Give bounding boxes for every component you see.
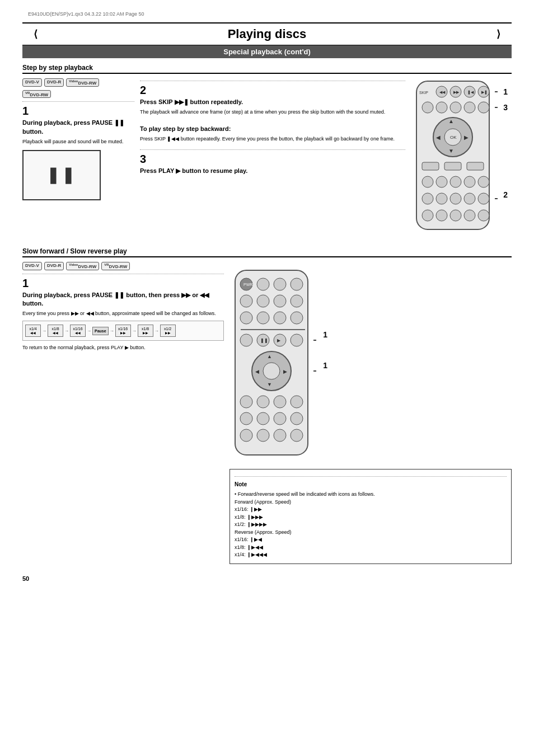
speed-x18: x1/8◀◀	[48, 325, 63, 337]
svg-rect-22	[422, 162, 439, 170]
svg-text:▶: ▶	[464, 134, 469, 140]
arrow1: →	[42, 328, 46, 334]
svg-point-12	[450, 102, 461, 113]
svg-point-72	[274, 396, 286, 408]
svg-point-45	[257, 278, 269, 290]
svg-point-58	[240, 334, 252, 346]
step2-title: Press SKIP ▶▶❚ button repeatedly.	[140, 98, 405, 106]
svg-point-46	[274, 278, 286, 290]
svg-point-50	[257, 295, 269, 307]
step2s1-desc: Every time you press ▶▶ or ◀◀ button, ap…	[22, 310, 224, 317]
section1-right: SKIP ◀◀ ▶▶ ❚◀ ▶❚	[411, 78, 512, 236]
step2s1-num: 1	[22, 278, 224, 289]
pause-symbol: ❚❚	[46, 166, 77, 184]
arrow6: →	[154, 328, 159, 334]
svg-text:▶❚: ▶❚	[481, 90, 488, 95]
svg-point-29	[478, 176, 489, 187]
main-title: Playing discs	[22, 22, 512, 45]
speed-x12: x1/2▶▶	[160, 325, 176, 337]
step2-desc: The playback will advance one frame (or …	[140, 109, 405, 116]
remote-top-svg: SKIP ◀◀ ▶▶ ❚◀ ▶❚	[411, 78, 498, 235]
step3-num: 3	[140, 153, 405, 165]
step2-desc2: Press SKIP ❚◀◀ button repeatedly. Every …	[140, 135, 405, 143]
svg-point-32	[450, 193, 461, 204]
note-item-7: x1/8: ❙▶◀◀	[235, 544, 507, 552]
svg-point-25	[422, 176, 433, 187]
svg-text:▼: ▼	[448, 148, 454, 154]
step1-title: During playback, press PAUSE ❚❚ button.	[22, 119, 134, 136]
format-badges-1b: VRDVD-RW	[22, 90, 134, 98]
pause-display: ❚❚	[22, 150, 101, 200]
svg-point-34	[478, 193, 489, 204]
svg-point-49	[240, 295, 252, 307]
note-dotted	[235, 476, 507, 477]
step3-title: Press PLAY ▶ button to resume play.	[140, 167, 405, 175]
svg-text:PWR: PWR	[243, 283, 252, 287]
note-item-0: • Forward/reverse speed will be indicate…	[235, 491, 507, 499]
speed-pause: Pause	[92, 327, 109, 335]
arrow5: →	[132, 328, 137, 334]
svg-point-77	[291, 412, 303, 425]
file-info: E9410UD(EN/SP)v1.qx3 04.3.22 10:02 AM Pa…	[22, 11, 512, 17]
note-item-4: x1/2: ❙▶▶▶▶	[235, 521, 507, 529]
svg-point-37	[450, 210, 461, 221]
dotted-1	[22, 101, 134, 102]
svg-point-78	[240, 429, 252, 442]
callout-3: 3	[503, 103, 508, 112]
dotted-2	[140, 81, 405, 81]
dotted-4	[22, 274, 224, 274]
badge-dvdv: DVD-V	[22, 78, 42, 87]
svg-text:◀◀: ◀◀	[439, 90, 446, 94]
badge-vr-dvdrw: VRDVD-RW	[22, 90, 51, 98]
svg-point-61	[291, 334, 303, 346]
arrow4: →	[110, 328, 114, 334]
svg-rect-23	[444, 162, 461, 170]
svg-point-70	[240, 396, 252, 408]
svg-point-13	[464, 102, 475, 113]
svg-text:◀: ◀	[436, 134, 441, 140]
dotted-3	[140, 149, 405, 150]
svg-text:❚◀: ❚◀	[467, 90, 474, 95]
svg-point-10	[422, 102, 433, 113]
svg-point-28	[464, 176, 475, 187]
badge-video-dvdrw: VideoDVD-RW	[66, 78, 99, 87]
note-item-8: x1/4: ❙▶◀◀◀	[235, 551, 507, 559]
svg-text:❚❚: ❚❚	[260, 338, 268, 343]
speed-x116f: x1/16▶▶	[115, 325, 131, 337]
svg-text:▶▶: ▶▶	[453, 90, 460, 94]
svg-point-80	[274, 429, 286, 442]
remote-bottom-wrapper: PWR	[229, 262, 316, 464]
remote-bottom-svg: PWR	[229, 262, 316, 463]
svg-point-35	[422, 210, 433, 221]
svg-point-30	[422, 193, 433, 204]
svg-point-56	[291, 312, 303, 324]
note-item-1: Forward (Approx. Speed)	[235, 499, 507, 506]
svg-text:SKIP: SKIP	[419, 91, 428, 95]
svg-text:▶: ▶	[283, 369, 287, 374]
section1-left: DVD-V DVD-R VideoDVD-RW VRDVD-RW 1 Durin…	[22, 78, 134, 236]
note-box: Note • Forward/reverse speed will be ind…	[229, 469, 512, 564]
page-container: E9410UD(EN/SP)v1.qx3 04.3.22 10:02 AM Pa…	[0, 0, 534, 756]
svg-point-31	[436, 193, 447, 204]
remote-bottom-callout2: 1	[323, 361, 327, 370]
svg-point-26	[436, 176, 447, 187]
speed-x18f: x1/8▶▶	[138, 325, 153, 337]
arrow3: →	[87, 328, 91, 334]
remote-bottom-callout1: 1	[323, 330, 327, 339]
section1-middle: 2 Press SKIP ▶▶❚ button repeatedly. The …	[140, 78, 405, 236]
badge2-vr-dvdrw: VRDVD-RW	[101, 262, 130, 270]
step2-num: 2	[140, 84, 405, 96]
step1-desc: Playback will pause and sound will be mu…	[22, 138, 134, 145]
svg-point-74	[240, 412, 252, 425]
svg-point-38	[464, 210, 475, 221]
svg-rect-57	[241, 329, 305, 330]
note-item-3: x1/8: ❙▶▶▶	[235, 514, 507, 522]
svg-point-55	[274, 312, 286, 324]
section2: Slow forward / Slow reverse play DVD-V D…	[22, 247, 512, 564]
svg-point-36	[436, 210, 447, 221]
svg-point-33	[464, 193, 475, 204]
page-number: 50	[22, 575, 512, 582]
format-badges-2: DVD-V DVD-R VideoDVD-RW VRDVD-RW	[22, 262, 224, 270]
speed-diagram: x1/4◀◀ → x1/8◀◀ → x1/16◀◀ → Pause → x1/1…	[22, 321, 224, 341]
svg-point-76	[274, 412, 286, 425]
